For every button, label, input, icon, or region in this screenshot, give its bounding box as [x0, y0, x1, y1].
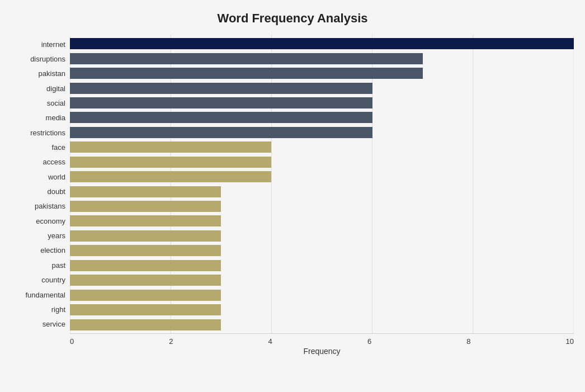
bar-row-digital [70, 82, 574, 95]
bar-disruptions [70, 53, 423, 64]
y-label-internet: internet [41, 37, 65, 51]
y-label-social: social [47, 96, 65, 111]
chart-title: Word Frequency Analysis [11, 11, 574, 26]
y-label-economy: economy [36, 214, 65, 228]
y-label-pakistans: pakistans [35, 199, 65, 214]
y-label-right: right [51, 302, 65, 317]
y-axis: internetdisruptionspakistandigitalsocial… [11, 35, 70, 334]
x-label-6: 6 [367, 337, 371, 346]
bar-row-right [70, 303, 574, 317]
y-label-service: service [43, 317, 65, 332]
plot-area [70, 35, 574, 334]
y-label-country: country [41, 273, 65, 287]
bar-row-service [70, 318, 574, 332]
y-label-world: world [48, 169, 65, 184]
bar-social [70, 97, 372, 108]
bar-internet [70, 38, 574, 49]
bar-economy [70, 215, 221, 226]
bar-row-world [70, 170, 574, 183]
bar-face [70, 141, 271, 153]
bar-fundamental [70, 290, 221, 301]
bar-right [70, 304, 221, 315]
bar-years [70, 230, 221, 242]
bar-row-restrictions [70, 126, 574, 139]
bar-country [70, 275, 221, 286]
bar-row-access [70, 155, 574, 169]
x-axis: 0 2 4 6 8 10 Frequency [70, 334, 574, 354]
y-label-access: access [43, 155, 65, 169]
bar-world [70, 171, 271, 182]
bar-digital [70, 83, 372, 94]
chart-container: Word Frequency Analysis internetdisrupti… [0, 0, 585, 392]
x-axis-title: Frequency [70, 347, 574, 356]
y-label-disruptions: disruptions [30, 52, 65, 67]
y-label-doubt: doubt [47, 185, 65, 199]
y-label-fundamental: fundamental [25, 287, 65, 302]
bar-row-disruptions [70, 52, 574, 65]
bar-row-past [70, 259, 574, 272]
bar-service [70, 319, 221, 330]
bar-row-country [70, 273, 574, 287]
bar-row-fundamental [70, 289, 574, 302]
bar-row-social [70, 96, 574, 110]
bar-row-media [70, 111, 574, 124]
y-label-restrictions: restrictions [30, 125, 65, 140]
bar-pakistans [70, 201, 221, 212]
x-label-0: 0 [70, 337, 74, 346]
x-label-2: 2 [169, 337, 173, 346]
y-label-face: face [51, 140, 65, 155]
bar-pakistan [70, 68, 423, 79]
bar-row-election [70, 244, 574, 257]
x-label-10: 10 [565, 337, 573, 346]
bar-access [70, 157, 271, 168]
bar-row-internet [70, 37, 574, 50]
y-label-election: election [40, 243, 65, 258]
y-label-media: media [46, 111, 65, 125]
bar-past [70, 260, 221, 271]
bar-row-face [70, 140, 574, 154]
bar-row-years [70, 229, 574, 243]
bar-media [70, 112, 372, 123]
y-label-pakistan: pakistan [39, 67, 65, 81]
bar-row-pakistans [70, 200, 574, 213]
bar-doubt [70, 186, 221, 197]
bar-row-economy [70, 214, 574, 228]
bar-row-pakistan [70, 67, 574, 80]
y-label-digital: digital [46, 81, 65, 96]
x-label-8: 8 [466, 337, 470, 346]
x-label-4: 4 [268, 337, 272, 346]
bar-election [70, 245, 221, 256]
bar-restrictions [70, 127, 372, 138]
y-label-past: past [51, 258, 65, 272]
bars-container [70, 35, 574, 334]
y-label-years: years [48, 229, 65, 243]
bar-row-doubt [70, 185, 574, 199]
